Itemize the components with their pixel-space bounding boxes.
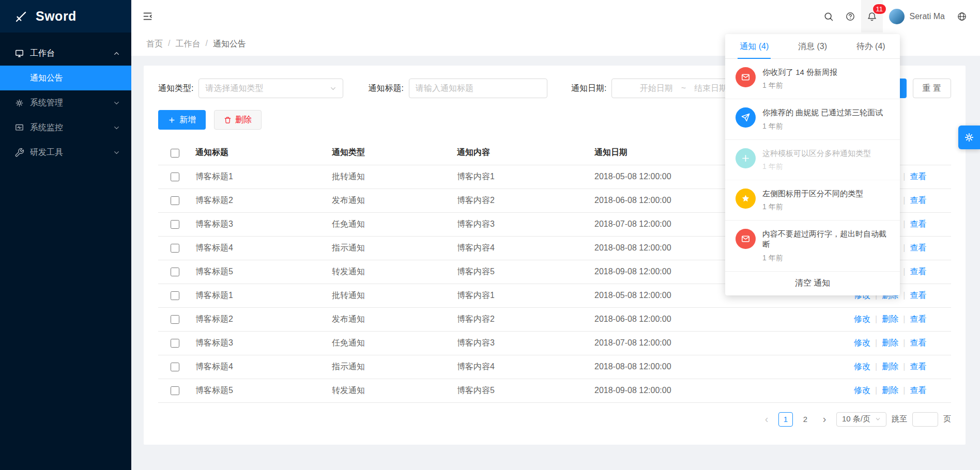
date-range-separator: ~: [681, 84, 686, 93]
row-checkbox[interactable]: [171, 268, 179, 276]
view-link[interactable]: 查看: [910, 362, 926, 371]
delete-link[interactable]: 删除: [882, 338, 898, 347]
sidebar-item-workbench[interactable]: 工作台: [0, 41, 131, 66]
username: Serati Ma: [910, 12, 945, 21]
type-filter-select[interactable]: 请选择通知类型: [198, 79, 343, 98]
notification-item[interactable]: 这种模板可以区分多种通知类型 1 年前: [725, 140, 900, 180]
cell-type: 任免通知: [328, 331, 453, 355]
edit-link[interactable]: 修改: [854, 362, 870, 371]
view-link[interactable]: 查看: [910, 267, 926, 276]
date-start-placeholder: 开始日期: [640, 83, 673, 94]
sidebar-item-system-monitor[interactable]: 系统监控: [0, 115, 131, 140]
row-checkbox[interactable]: [171, 291, 179, 300]
row-checkbox[interactable]: [171, 386, 179, 395]
row-checkbox[interactable]: [171, 196, 179, 205]
notification-item[interactable]: 内容不要超过两行字，超出时自动截断 1 年前: [725, 221, 900, 272]
sword-icon: [13, 9, 29, 24]
clear-notifications-button[interactable]: 清空 通知: [725, 272, 900, 295]
row-checkbox[interactable]: [171, 339, 179, 348]
view-link[interactable]: 查看: [910, 315, 926, 323]
action-divider: |: [875, 315, 877, 323]
row-checkbox[interactable]: [171, 244, 179, 253]
cell-content: 博客内容1: [453, 165, 590, 189]
row-checkbox[interactable]: [171, 220, 179, 229]
sidebar-item-dev-tools[interactable]: 研发工具: [0, 140, 131, 165]
breadcrumb-workbench[interactable]: 工作台: [175, 39, 200, 50]
notification-time: 1 年前: [762, 254, 890, 263]
page-button-2[interactable]: 2: [798, 412, 813, 427]
column-header-type: 通知类型: [328, 141, 453, 165]
cell-content: 博客内容3: [453, 331, 590, 355]
tab-messages[interactable]: 消息 (3): [784, 34, 842, 58]
cell-title: 博客标题1: [191, 284, 328, 307]
menu-fold-icon: [142, 11, 153, 22]
account-menu[interactable]: Serati Ma: [883, 0, 951, 33]
delete-link[interactable]: 删除: [882, 315, 898, 323]
app-logo[interactable]: Sword: [0, 0, 131, 33]
action-divider: |: [903, 338, 905, 347]
page-size-select[interactable]: 10 条/页: [836, 412, 886, 427]
mail-icon: [736, 229, 756, 249]
action-divider: |: [903, 315, 905, 323]
jump-page-input[interactable]: [912, 412, 938, 427]
cell-title: 博客标题2: [191, 307, 328, 331]
action-divider: |: [903, 196, 905, 205]
notification-dropdown: 通知 (4) 消息 (3) 待办 (4) 你收到了 14 份新周报 1 年前 你…: [725, 34, 900, 295]
select-all-checkbox[interactable]: [171, 149, 179, 158]
notification-title: 内容不要超过两行字，超出时自动截断: [762, 229, 890, 250]
breadcrumb-home[interactable]: 首页: [146, 39, 163, 50]
page-suffix-label: 页: [943, 414, 951, 424]
row-checkbox[interactable]: [171, 363, 179, 371]
view-link[interactable]: 查看: [910, 386, 926, 395]
reset-button[interactable]: 重 置: [913, 79, 951, 98]
page-button-1[interactable]: 1: [778, 412, 793, 427]
prev-page-icon[interactable]: ‹: [760, 412, 773, 427]
menu-fold-button[interactable]: [131, 0, 164, 33]
edit-link[interactable]: 修改: [854, 338, 870, 347]
row-checkbox[interactable]: [171, 315, 179, 324]
row-checkbox[interactable]: [171, 173, 179, 181]
notifications-button[interactable]: 11: [861, 0, 883, 33]
view-link[interactable]: 查看: [910, 172, 926, 181]
view-link[interactable]: 查看: [910, 338, 926, 347]
theme-settings-button[interactable]: [958, 126, 980, 149]
notification-item[interactable]: 你收到了 14 份新周报 1 年前: [725, 59, 900, 99]
search-icon: [823, 11, 834, 22]
edit-link[interactable]: 修改: [854, 315, 870, 323]
breadcrumb-separator: /: [205, 39, 207, 50]
pagination: ‹ 1 2 › 10 条/页 跳至 页: [158, 412, 951, 427]
cell-content: 博客内容4: [453, 355, 590, 379]
notification-time: 1 年前: [762, 122, 883, 131]
cell-content: 博客内容4: [453, 236, 590, 260]
sidebar-item-system-mgmt[interactable]: 系统管理: [0, 90, 131, 115]
edit-link[interactable]: 修改: [854, 386, 870, 395]
view-link[interactable]: 查看: [910, 196, 926, 205]
tab-notifications[interactable]: 通知 (4): [725, 34, 784, 58]
cell-type: 发布通知: [328, 189, 453, 212]
add-button-label: 新增: [179, 115, 196, 126]
sidebar-item-notice[interactable]: 通知公告: [0, 66, 131, 90]
sidebar-item-label: 研发工具: [30, 147, 63, 158]
add-button[interactable]: 新增: [158, 110, 206, 130]
delete-link[interactable]: 删除: [882, 386, 898, 395]
title-filter-input[interactable]: [409, 79, 547, 98]
delete-link[interactable]: 删除: [882, 362, 898, 371]
breadcrumb-separator: /: [168, 39, 170, 50]
notification-item[interactable]: 你推荐的 曲妮妮 已通过第三轮面试 1 年前: [725, 99, 900, 139]
view-link[interactable]: 查看: [910, 220, 926, 228]
jump-label: 跳至: [892, 414, 907, 424]
notification-item[interactable]: 左侧图标用于区分不同的类型 1 年前: [725, 180, 900, 221]
notification-time: 1 年前: [762, 202, 863, 212]
help-button[interactable]: [839, 0, 861, 33]
delete-button[interactable]: 删除: [214, 110, 262, 130]
gear-icon: [14, 98, 24, 108]
cell-type: 指示通知: [328, 236, 453, 260]
table-row: 博客标题2 发布通知 博客内容2 2018-06-08 12:00:00 修改|…: [158, 307, 951, 331]
next-page-icon[interactable]: ›: [818, 412, 831, 427]
action-divider: |: [903, 291, 905, 300]
language-button[interactable]: [951, 0, 973, 33]
tab-todos[interactable]: 待办 (4): [841, 34, 900, 58]
view-link[interactable]: 查看: [910, 243, 926, 252]
view-link[interactable]: 查看: [910, 291, 926, 300]
search-button[interactable]: [818, 0, 839, 33]
